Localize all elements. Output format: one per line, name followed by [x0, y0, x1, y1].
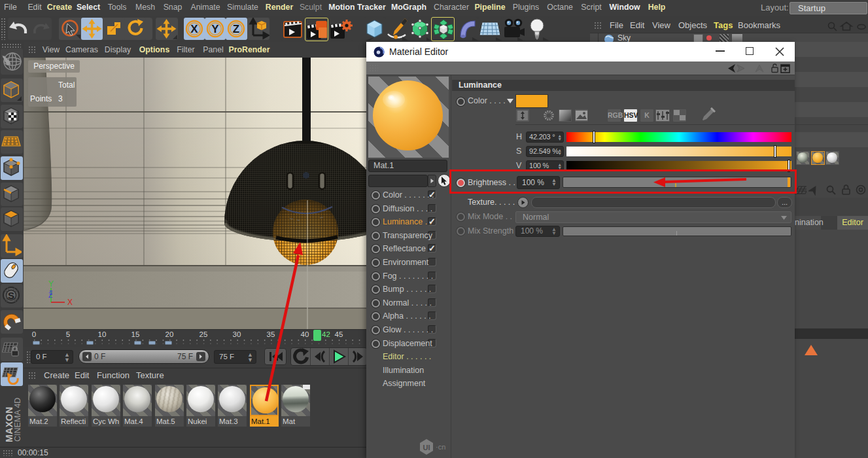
svg-text:X: X [67, 298, 73, 307]
svg-text:20: 20 [165, 330, 174, 338]
svg-text:5: 5 [66, 330, 70, 338]
svg-text:Z: Z [48, 292, 52, 299]
svg-text:15: 15 [131, 330, 140, 338]
svg-text:S: S [8, 290, 14, 301]
svg-text:25: 25 [200, 330, 208, 338]
svg-text:Y: Y [48, 279, 54, 289]
svg-text:Z: Z [233, 23, 239, 35]
svg-text:42: 42 [322, 330, 330, 338]
svg-text:Y: Y [211, 23, 219, 35]
svg-text:X: X [190, 23, 198, 35]
svg-text:30: 30 [233, 330, 241, 338]
svg-text:40: 40 [301, 330, 309, 338]
svg-text:UI: UI [423, 444, 430, 451]
svg-text:·cn: ·cn [436, 443, 445, 451]
svg-text:35: 35 [267, 330, 275, 338]
svg-text:0: 0 [32, 330, 36, 338]
svg-text:10: 10 [98, 330, 107, 338]
svg-text:45: 45 [335, 330, 343, 338]
